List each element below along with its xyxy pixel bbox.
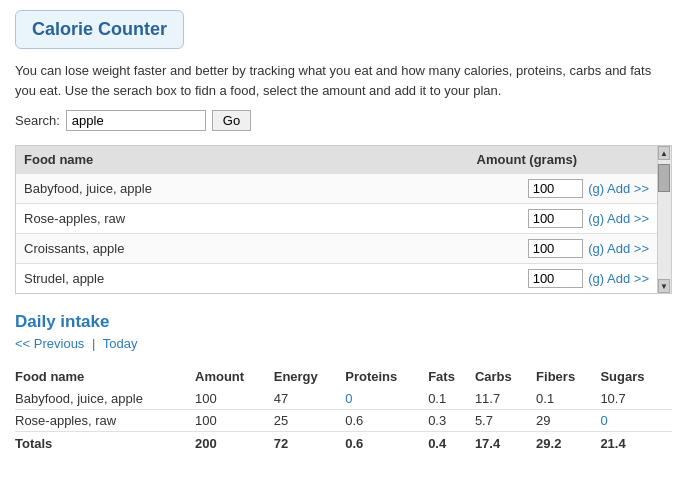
amount-cell: (g) Add >> <box>294 204 657 234</box>
add-link-4[interactable]: (g) Add >> <box>588 271 649 286</box>
daily-fibers: 29 <box>536 410 600 432</box>
nav-separator: | <box>92 336 95 351</box>
today-link[interactable]: Today <box>103 336 138 351</box>
scroll-thumb[interactable] <box>658 164 670 192</box>
app-title: Calorie Counter <box>32 19 167 40</box>
food-search-wrapper: Food name Amount (grams) Babyfood, juice… <box>15 145 672 294</box>
amount-input-2[interactable] <box>528 209 583 228</box>
search-label: Search: <box>15 113 60 128</box>
food-name-cell: Strudel, apple <box>16 264 294 294</box>
add-link-1[interactable]: (g) Add >> <box>588 181 649 196</box>
col-energy-header: Energy <box>274 365 346 388</box>
search-input[interactable] <box>66 110 206 131</box>
amount-cell: (g) Add >> <box>294 264 657 294</box>
amount-input-4[interactable] <box>528 269 583 288</box>
daily-amount: 100 <box>195 388 274 410</box>
totals-sugars: 21.4 <box>600 432 672 456</box>
food-search-row: Rose-apples, raw (g) Add >> <box>16 204 657 234</box>
daily-food-name: Rose-apples, raw <box>15 410 195 432</box>
daily-energy: 25 <box>274 410 346 432</box>
previous-link[interactable]: << Previous <box>15 336 84 351</box>
add-link-2[interactable]: (g) Add >> <box>588 211 649 226</box>
daily-intake-table: Food name Amount Energy Proteins Fats Ca… <box>15 365 672 455</box>
food-col-header: Food name <box>16 146 294 174</box>
totals-label: Totals <box>15 432 195 456</box>
food-search-header-row: Food name Amount (grams) <box>16 146 657 174</box>
daily-carbs: 5.7 <box>475 410 536 432</box>
daily-proteins: 0.6 <box>345 410 428 432</box>
food-search-row: Babyfood, juice, apple (g) Add >> <box>16 174 657 204</box>
amount-input-3[interactable] <box>528 239 583 258</box>
totals-carbs: 17.4 <box>475 432 536 456</box>
daily-carbs: 11.7 <box>475 388 536 410</box>
amount-col-header: Amount (grams) <box>294 146 657 174</box>
totals-proteins: 0.6 <box>345 432 428 456</box>
col-amount-header: Amount <box>195 365 274 388</box>
daily-energy: 47 <box>274 388 346 410</box>
food-name-cell: Babyfood, juice, apple <box>16 174 294 204</box>
app-title-box: Calorie Counter <box>15 10 184 49</box>
food-search-table: Food name Amount (grams) Babyfood, juice… <box>16 146 657 293</box>
totals-amount: 200 <box>195 432 274 456</box>
col-carbs-header: Carbs <box>475 365 536 388</box>
daily-table-header-row: Food name Amount Energy Proteins Fats Ca… <box>15 365 672 388</box>
daily-fibers: 0.1 <box>536 388 600 410</box>
search-row: Search: Go <box>15 110 672 131</box>
daily-fats: 0.1 <box>428 388 475 410</box>
daily-food-name: Babyfood, juice, apple <box>15 388 195 410</box>
daily-sugars: 0 <box>600 410 672 432</box>
col-sugars-header: Sugars <box>600 365 672 388</box>
daily-table-row: Rose-apples, raw 100 25 0.6 0.3 5.7 29 0 <box>15 410 672 432</box>
add-link-3[interactable]: (g) Add >> <box>588 241 649 256</box>
totals-energy: 72 <box>274 432 346 456</box>
food-search-row: Croissants, apple (g) Add >> <box>16 234 657 264</box>
go-button[interactable]: Go <box>212 110 251 131</box>
food-name-cell: Croissants, apple <box>16 234 294 264</box>
col-food-header: Food name <box>15 365 195 388</box>
amount-cell: (g) Add >> <box>294 234 657 264</box>
food-name-cell: Rose-apples, raw <box>16 204 294 234</box>
daily-amount: 100 <box>195 410 274 432</box>
totals-fibers: 29.2 <box>536 432 600 456</box>
daily-table-totals-row: Totals 200 72 0.6 0.4 17.4 29.2 21.4 <box>15 432 672 456</box>
nav-links: << Previous | Today <box>15 336 672 351</box>
daily-proteins: 0 <box>345 388 428 410</box>
food-search-row: Strudel, apple (g) Add >> <box>16 264 657 294</box>
col-proteins-header: Proteins <box>345 365 428 388</box>
col-fats-header: Fats <box>428 365 475 388</box>
scroll-arrow-down[interactable]: ▼ <box>658 279 670 293</box>
daily-fats: 0.3 <box>428 410 475 432</box>
amount-input-1[interactable] <box>528 179 583 198</box>
daily-intake-title: Daily intake <box>15 312 672 332</box>
scrollbar: ▲ ▼ <box>657 146 671 293</box>
totals-fats: 0.4 <box>428 432 475 456</box>
col-fibers-header: Fibers <box>536 365 600 388</box>
amount-cell: (g) Add >> <box>294 174 657 204</box>
description-text: You can lose weight faster and better by… <box>15 61 672 100</box>
scroll-arrow-up[interactable]: ▲ <box>658 146 670 160</box>
daily-sugars: 10.7 <box>600 388 672 410</box>
daily-table-row: Babyfood, juice, apple 100 47 0 0.1 11.7… <box>15 388 672 410</box>
